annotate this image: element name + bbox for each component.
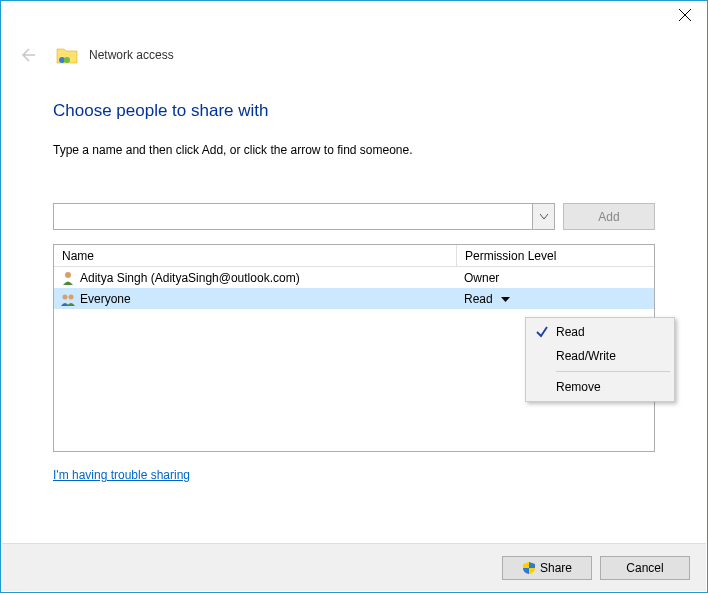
menu-item-read[interactable]: Read xyxy=(528,320,672,344)
share-folder-icon xyxy=(55,43,79,67)
add-user-row: Add xyxy=(53,203,655,230)
menu-separator xyxy=(556,371,670,372)
caret-down-icon xyxy=(501,297,510,303)
user-icon xyxy=(60,270,76,286)
cancel-button[interactable]: Cancel xyxy=(600,556,690,580)
svg-point-1 xyxy=(64,57,70,63)
check-icon xyxy=(534,324,550,340)
chevron-down-icon xyxy=(540,214,548,220)
back-icon[interactable] xyxy=(15,43,39,67)
menu-label: Read/Write xyxy=(556,349,616,363)
menu-item-remove[interactable]: Remove xyxy=(528,375,672,399)
group-icon xyxy=(60,291,76,307)
header-row: Network access xyxy=(1,33,707,67)
cancel-button-label: Cancel xyxy=(626,561,663,575)
table-header: Name Permission Level xyxy=(54,245,654,267)
content-area: Choose people to share with Type a name … xyxy=(1,67,707,482)
permission-menu: Read Read/Write Remove xyxy=(525,317,675,402)
row-name: Everyone xyxy=(80,292,131,306)
instruction-text: Type a name and then click Add, or click… xyxy=(53,143,655,157)
table-row[interactable]: Aditya Singh (AdityaSingh@outlook.com) O… xyxy=(54,267,654,288)
share-button[interactable]: Share xyxy=(502,556,592,580)
svg-point-4 xyxy=(69,294,74,299)
svg-point-3 xyxy=(63,294,68,299)
shield-icon xyxy=(522,561,536,575)
name-input[interactable] xyxy=(54,204,532,229)
share-dialog: Network access Choose people to share wi… xyxy=(0,0,708,593)
menu-label: Remove xyxy=(556,380,601,394)
svg-point-2 xyxy=(65,272,71,278)
dialog-footer: Share Cancel xyxy=(2,543,706,591)
row-permission: Owner xyxy=(464,271,499,285)
name-combobox[interactable] xyxy=(53,203,555,230)
close-icon[interactable] xyxy=(677,7,693,23)
add-button[interactable]: Add xyxy=(563,203,655,230)
menu-item-readwrite[interactable]: Read/Write xyxy=(528,344,672,368)
main-heading: Choose people to share with xyxy=(53,101,655,121)
combobox-dropdown-button[interactable] xyxy=(532,204,554,229)
window-title: Network access xyxy=(89,48,174,62)
trouble-sharing-link[interactable]: I'm having trouble sharing xyxy=(53,468,190,482)
menu-label: Read xyxy=(556,325,585,339)
table-row[interactable]: Everyone Read xyxy=(54,288,654,309)
permission-dropdown-button[interactable] xyxy=(501,292,510,306)
row-name: Aditya Singh (AdityaSingh@outlook.com) xyxy=(80,271,300,285)
titlebar xyxy=(1,1,707,33)
column-header-name[interactable]: Name xyxy=(54,249,456,263)
share-button-label: Share xyxy=(540,561,572,575)
row-permission: Read xyxy=(464,292,493,306)
column-header-permission[interactable]: Permission Level xyxy=(456,245,654,266)
